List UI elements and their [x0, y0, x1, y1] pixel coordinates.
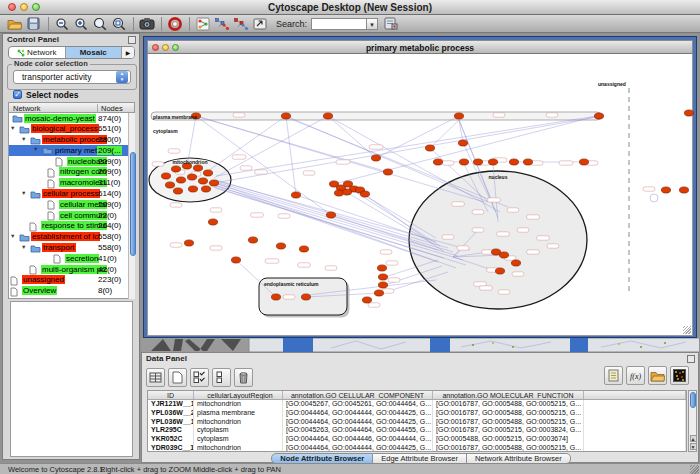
- expand-triangle-icon[interactable]: ▼: [10, 233, 15, 239]
- zoom-out-icon[interactable]: [53, 16, 70, 32]
- network-node[interactable]: [488, 159, 497, 165]
- table-cell[interactable]: plasma membrane: [194, 409, 283, 418]
- self-loop-edge[interactable]: [650, 194, 658, 202]
- merge-networks-icon[interactable]: [232, 16, 249, 32]
- network-node[interactable]: [248, 237, 257, 243]
- tree-row[interactable]: nitrogen compou209(0): [9, 167, 134, 178]
- select-attributes-icon[interactable]: [190, 368, 209, 387]
- table-cell[interactable]: YPL036W__2: [148, 409, 194, 418]
- network-node[interactable]: [323, 113, 332, 119]
- network-canvas[interactable]: plasma membranecytoplasmmitochondrionnuc…: [147, 54, 693, 336]
- annotation-icon[interactable]: [382, 16, 399, 32]
- tree-row[interactable]: secretion41(0): [9, 253, 134, 264]
- search-input[interactable]: [311, 18, 367, 30]
- network-node[interactable]: [198, 178, 207, 184]
- table-row[interactable]: YJR121W__1mitochondrion[GO:0045267, GO:0…: [148, 400, 686, 409]
- network-node[interactable]: [184, 240, 193, 246]
- table-column-header[interactable]: ID: [148, 391, 194, 399]
- table-cell[interactable]: YDR039C__1: [148, 444, 194, 452]
- edge[interactable]: [376, 116, 459, 158]
- tree-scrollbar[interactable]: [128, 113, 135, 299]
- formula-icon[interactable]: f(x): [626, 366, 645, 385]
- network-node[interactable]: [165, 182, 174, 188]
- table-cell[interactable]: [GO:0044464, GO:0044446, GO:0044444, G..…: [283, 435, 433, 444]
- birdseye-view[interactable]: [10, 301, 133, 457]
- network-node[interactable]: [271, 294, 280, 300]
- attribute-table[interactable]: ID_cellularLayoutRegionannotation.GO CEL…: [147, 390, 687, 452]
- network-node[interactable]: [383, 169, 392, 175]
- table-column-header[interactable]: annotation.GO MOLECULAR_FUNCTION: [433, 391, 584, 399]
- tree-row[interactable]: ▼metabolic process280(0): [9, 135, 134, 146]
- network-node[interactable]: [362, 297, 371, 303]
- zoom-region-icon[interactable]: [91, 16, 108, 32]
- new-attribute-icon[interactable]: [168, 368, 187, 387]
- tree-row[interactable]: nucleobase-209(0): [9, 156, 134, 167]
- unselect-attributes-icon[interactable]: [212, 368, 231, 387]
- network-node[interactable]: [201, 186, 210, 192]
- tree-row[interactable]: mosaic-demo-yeast874(0): [9, 113, 134, 124]
- help-icon[interactable]: [166, 16, 183, 32]
- snapshot-icon[interactable]: [138, 16, 155, 32]
- network-node[interactable]: [187, 174, 196, 180]
- table-column-header[interactable]: annotation.GO CELLULAR_COMPONENT: [283, 391, 433, 399]
- network-overview-icon[interactable]: [194, 16, 211, 32]
- notes-icon[interactable]: [604, 366, 623, 385]
- tree-row[interactable]: macromolecule311(0): [9, 178, 134, 189]
- app-resize-grip[interactable]: [690, 465, 699, 474]
- expand-triangle-icon[interactable]: ▼: [33, 146, 38, 152]
- network-node[interactable]: [378, 282, 387, 288]
- node-color-select-stepper[interactable]: ▲▼: [116, 71, 128, 83]
- network-node[interactable]: [188, 186, 197, 192]
- tree-row-label[interactable]: cellular process: [42, 189, 100, 198]
- network-node[interactable]: [171, 166, 180, 172]
- table-scrollbar[interactable]: ▲ ▼: [688, 390, 697, 452]
- table-cell[interactable]: [584, 418, 686, 427]
- network-node[interactable]: [499, 252, 508, 258]
- open-icon[interactable]: [6, 16, 23, 32]
- table-cell[interactable]: YLR295C: [148, 426, 194, 435]
- save-icon[interactable]: [25, 16, 42, 32]
- table-row[interactable]: YDR039C__1mitochondrion[GO:0044464, GO:0…: [148, 444, 686, 452]
- zoom-fit-icon[interactable]: [110, 16, 127, 32]
- tree-row[interactable]: ▼establishment of lo558(0): [9, 232, 134, 243]
- table-cell[interactable]: YPL036W__1: [148, 418, 194, 427]
- tree-row[interactable]: ▼transport558(0): [9, 243, 134, 254]
- table-scrollbar-thumb[interactable]: [690, 392, 696, 408]
- network-window-title-bar[interactable]: primary metabolic process: [147, 40, 693, 54]
- network-node[interactable]: [371, 155, 380, 161]
- view-resize-grip[interactable]: [683, 326, 691, 334]
- tree-header-nodes[interactable]: Nodes: [97, 104, 123, 113]
- network-node[interactable]: [377, 265, 386, 271]
- expand-triangle-icon[interactable]: ▼: [10, 125, 15, 131]
- table-cell[interactable]: mitochondrion: [194, 444, 283, 452]
- plasma-membrane-region[interactable]: [151, 112, 601, 120]
- network-node[interactable]: [511, 260, 520, 266]
- network-node[interactable]: [173, 188, 182, 194]
- edge[interactable]: [214, 116, 328, 178]
- table-cell[interactable]: [GO:0016787, GO:0005488, GO:0005215, G..…: [433, 444, 584, 452]
- zoom-in-icon[interactable]: [72, 16, 89, 32]
- table-cell[interactable]: [584, 426, 686, 435]
- network-node[interactable]: [459, 159, 468, 165]
- delete-attribute-icon[interactable]: [234, 368, 253, 387]
- network-node[interactable]: [509, 159, 518, 165]
- attribute-table-icon[interactable]: [146, 368, 165, 387]
- tree-row[interactable]: Overview8(0): [9, 286, 134, 297]
- network-node[interactable]: [679, 187, 688, 193]
- tab-network[interactable]: Network: [9, 47, 66, 58]
- import-attributes-icon[interactable]: [648, 366, 667, 385]
- table-row[interactable]: YPL036W__1mitochondrion[GO:0044464, GO:0…: [148, 418, 686, 427]
- table-cell[interactable]: cytoplasm: [194, 426, 283, 435]
- expand-triangle-icon[interactable]: ▼: [21, 190, 26, 196]
- expand-triangle-icon[interactable]: ▼: [21, 136, 26, 142]
- data-panel-float-icon[interactable]: [687, 355, 695, 363]
- table-cell[interactable]: [GO:0045267, GO:0045261, GO:0044464, G..…: [283, 400, 433, 409]
- network-node[interactable]: [425, 145, 434, 151]
- tabs-overflow-arrow[interactable]: ▶: [122, 47, 134, 58]
- table-cell[interactable]: cytoplasm: [194, 435, 283, 444]
- network-node[interactable]: [523, 159, 532, 165]
- network-node[interactable]: [454, 113, 463, 119]
- network-node[interactable]: [161, 173, 170, 179]
- table-cell[interactable]: mitochondrion: [194, 400, 283, 409]
- table-cell[interactable]: [584, 435, 686, 444]
